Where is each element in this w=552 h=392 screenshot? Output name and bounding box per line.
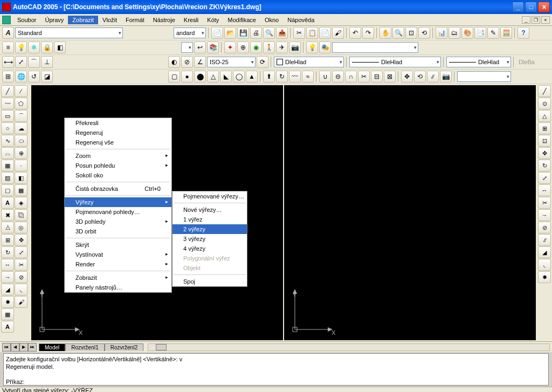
copy-obj-icon[interactable]: ⿻ (15, 209, 27, 221)
spline-icon[interactable]: ∿ (1, 135, 14, 147)
mod-6-icon[interactable]: ✥ (538, 147, 551, 159)
torus-icon[interactable]: ◯ (233, 71, 245, 82)
insert-icon[interactable]: ⊕ (15, 147, 27, 159)
table-mod-icon[interactable]: ▦ (1, 308, 14, 320)
arc-icon[interactable]: ⌒ (15, 110, 27, 122)
properties-icon[interactable]: 📊 (436, 27, 447, 39)
chamfer-icon[interactable]: ◢ (1, 284, 14, 295)
copy-icon[interactable]: 📋 (306, 27, 318, 39)
visual-style-combo[interactable] (332, 42, 418, 53)
layer-prev-icon[interactable]: ↩ (194, 42, 206, 53)
mod-7-icon[interactable]: ↻ (538, 160, 551, 171)
box-icon[interactable]: ▢ (168, 71, 180, 82)
redo-icon[interactable]: ↷ (362, 27, 374, 39)
orbit-icon[interactable]: ◉ (250, 42, 262, 53)
slice-icon[interactable]: ✂ (358, 71, 370, 82)
menu-format[interactable]: Formát (121, 16, 149, 24)
tab-next[interactable]: ▶ (19, 343, 28, 352)
mirror-icon[interactable]: ⧊ (1, 222, 14, 233)
sweep-icon[interactable]: 〰 (289, 71, 301, 82)
ucs-prev-icon[interactable]: ↺ (28, 71, 40, 82)
mod-4-icon[interactable]: ⊞ (538, 122, 551, 134)
materials-icon[interactable]: 🎭 (319, 42, 331, 53)
fly-icon[interactable]: ✈ (276, 42, 288, 53)
offset-icon[interactable]: ◎ (15, 222, 27, 233)
menu-item[interactable]: 3D orbit (65, 226, 171, 236)
section-icon[interactable]: ⊟ (371, 71, 383, 82)
layer-freeze-icon[interactable]: ❄ (28, 42, 40, 53)
menu-item[interactable]: Pojmenované výřezy… (172, 191, 247, 201)
zoom-rt-icon[interactable]: 🔍 (392, 27, 404, 39)
mod-8-icon[interactable]: ⤢ (538, 172, 551, 184)
menu-item[interactable]: Zoom (65, 151, 171, 161)
menu-item[interactable]: Zobrazit (65, 273, 171, 283)
menu-item[interactable]: 3D pohledy (65, 217, 171, 226)
menu-item[interactable]: Nové výřezy… (172, 205, 247, 215)
mdi-minimize[interactable]: _ (522, 16, 530, 24)
color-combo[interactable]: DleHlad (274, 57, 344, 67)
preview-icon[interactable]: 🔍 (263, 27, 275, 39)
menu-item[interactable]: Regeneruj (65, 128, 171, 137)
document-icon[interactable] (2, 16, 11, 24)
close-button[interactable]: ✕ (538, 2, 550, 12)
mod-5-icon[interactable]: ⊡ (538, 135, 551, 147)
walk-icon[interactable]: 🚶 (263, 42, 275, 53)
loft-icon[interactable]: ≈ (302, 71, 314, 82)
lineweight-combo[interactable]: DleHlad (446, 57, 511, 67)
erase-icon[interactable]: ✖ (1, 209, 14, 221)
menu-nastroje[interactable]: Nástroje (149, 16, 180, 24)
mod-12-icon[interactable]: ⊘ (538, 222, 551, 233)
mod-2-icon[interactable]: ⊙ (538, 98, 551, 109)
render-cam-icon[interactable]: 📷 (440, 71, 452, 82)
menu-item[interactable]: Skrýt (65, 240, 171, 250)
ucs-icon[interactable]: ⊞ (2, 71, 14, 82)
cut-icon[interactable]: ✂ (293, 27, 305, 39)
sheet-set-icon[interactable]: 📑 (474, 27, 486, 39)
3d-rotate-icon[interactable]: ⟲ (414, 71, 426, 82)
horizontal-scrollbar[interactable] (148, 343, 550, 351)
table-icon[interactable]: ▦ (15, 184, 27, 196)
menu-zobrazit[interactable]: Zobrazit (68, 16, 98, 24)
match-icon[interactable]: 🖌 (332, 27, 344, 39)
layer-on-icon[interactable]: 💡 (15, 42, 27, 53)
block-icon[interactable]: ▦ (1, 160, 14, 171)
menu-item[interactable]: Vystínovat (65, 250, 171, 259)
layer-mgr-icon[interactable]: ≡ (2, 42, 14, 53)
dim-diameter-icon[interactable]: ⊘ (181, 56, 193, 68)
tab-rozvrzeni2[interactable]: Rozvržení2 (105, 343, 144, 351)
text-style-combo[interactable]: Standard (15, 27, 123, 38)
intersect-icon[interactable]: ∩ (345, 71, 357, 82)
pan-icon[interactable]: ✋ (380, 27, 391, 39)
markup-icon[interactable]: ✎ (487, 27, 499, 39)
dim-style-combo[interactable]: ISO-25 (207, 57, 256, 67)
mod-10-icon[interactable]: ✂ (538, 197, 551, 209)
point-icon[interactable]: · (15, 160, 27, 171)
zoom-win-icon[interactable]: ⊡ (405, 27, 417, 39)
publish-icon[interactable]: 📤 (276, 27, 288, 39)
dim-linear-icon[interactable]: ⟷ (2, 56, 14, 68)
dim-angular-icon[interactable]: ∠ (194, 56, 206, 68)
menu-item[interactable]: Posun pohledu (65, 161, 171, 170)
minimize-button[interactable]: _ (512, 2, 524, 12)
tool-palettes-icon[interactable]: 🎨 (461, 27, 473, 39)
surface-icon[interactable]: ◈ (15, 197, 27, 209)
menu-soubor[interactable]: Soubor (13, 16, 40, 24)
mdi-restore[interactable]: ❐ (532, 16, 540, 24)
new-icon[interactable]: 📄 (211, 27, 223, 39)
painter-icon[interactable]: 🖌 (15, 296, 27, 308)
menu-item[interactable]: Výřezy (65, 197, 171, 207)
mod-16-icon[interactable]: ✸ (538, 271, 551, 283)
hatch-icon[interactable]: ▨ (1, 172, 14, 184)
region-icon[interactable]: ▢ (1, 184, 14, 196)
stretch-icon[interactable]: ↔ (1, 259, 14, 271)
menu-item[interactable]: 4 výřezy (172, 244, 247, 253)
pyramid-icon[interactable]: ▲ (246, 71, 258, 82)
explode-icon[interactable]: ✸ (1, 296, 14, 308)
menu-item[interactable]: Pojmenované pohledy… (65, 207, 171, 217)
dim-arc-icon[interactable]: ⌒ (28, 56, 40, 68)
menu-vlozit[interactable]: Vložit (98, 16, 121, 24)
menu-item[interactable]: Překresli (65, 118, 171, 128)
linetype-combo[interactable]: DleHlad (349, 57, 441, 67)
dim-aligned-icon[interactable]: ⤢ (15, 56, 27, 68)
trim-icon[interactable]: ✂ (15, 259, 27, 271)
